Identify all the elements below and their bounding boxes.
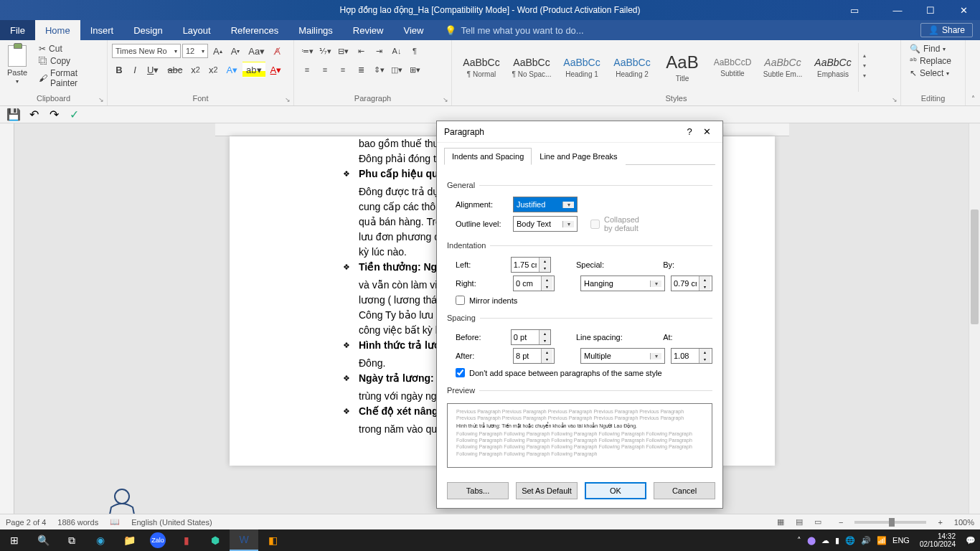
select-button[interactable]: ↖Select ▾: [905, 67, 953, 79]
show-marks-button[interactable]: ¶: [406, 43, 423, 59]
paragraph-launcher-icon[interactable]: ↘: [443, 96, 448, 103]
line-spacing-button[interactable]: ⇕▾: [370, 62, 387, 77]
shading-button[interactable]: ◫▾: [388, 62, 405, 77]
copy-button[interactable]: ⿻Copy: [34, 55, 103, 67]
bullets-button[interactable]: ≔▾: [298, 43, 316, 59]
read-mode-button[interactable]: ▦: [771, 516, 790, 529]
app-icon-2[interactable]: ⬢: [201, 529, 230, 551]
tab-line-page-breaks[interactable]: Line and Page Breaks: [532, 148, 625, 165]
wifi-icon[interactable]: 📶: [877, 536, 887, 545]
collapse-ribbon-button[interactable]: ˄: [966, 40, 980, 105]
ribbon-display-options-icon[interactable]: ▭: [844, 0, 865, 20]
tab-layout[interactable]: Layout: [173, 20, 221, 40]
word-taskbar-icon[interactable]: W: [230, 529, 258, 551]
cut-button[interactable]: ✂Cut: [34, 43, 103, 55]
ok-button[interactable]: OK: [585, 482, 646, 499]
font-size-selector[interactable]: 12▾: [182, 44, 208, 58]
tab-review[interactable]: Review: [343, 20, 394, 40]
numbering-button[interactable]: ⅐▾: [316, 43, 334, 59]
taskbar-clock[interactable]: 14:32 02/10/2024: [915, 532, 960, 548]
style-nospacing[interactable]: AaBbCc¶ No Spac...: [507, 43, 557, 92]
style-subtle-em[interactable]: AaBbCcSubtle Em...: [758, 43, 808, 92]
change-case-button[interactable]: Aa▾: [245, 43, 268, 59]
special-combo[interactable]: Hanging▾: [580, 276, 665, 291]
shrink-font-button[interactable]: A▾: [227, 43, 244, 59]
dialog-close-button[interactable]: ✕: [698, 126, 715, 137]
notifications-icon[interactable]: 💬: [966, 536, 976, 545]
italic-button[interactable]: I: [128, 62, 142, 77]
file-explorer-icon[interactable]: 📁: [115, 529, 143, 551]
zoom-level[interactable]: 100%: [954, 518, 974, 527]
clear-formatting-button[interactable]: A̸: [270, 43, 284, 59]
justify-button[interactable]: ≣: [352, 62, 369, 77]
cancel-button[interactable]: Cancel: [654, 482, 715, 499]
spacing-before-input[interactable]: ▴▾: [511, 329, 551, 345]
superscript-button[interactable]: x2: [205, 62, 222, 77]
tell-me-search[interactable]: 💡 Tell me what you want to do...: [433, 25, 583, 36]
dialog-help-button[interactable]: ?: [681, 126, 698, 137]
tabs-button[interactable]: Tabs...: [447, 482, 509, 499]
vertical-ruler[interactable]: [0, 123, 14, 529]
tab-home[interactable]: Home: [35, 20, 80, 40]
edge-icon[interactable]: ◉: [86, 529, 115, 551]
spellcheck-status-icon[interactable]: 📖: [110, 517, 120, 527]
input-language[interactable]: ENG: [892, 536, 910, 545]
close-button[interactable]: ✕: [947, 0, 980, 20]
network-icon[interactable]: 🌐: [845, 536, 855, 545]
battery-icon[interactable]: ▮: [835, 536, 839, 545]
vertical-scrollbar[interactable]: [969, 123, 980, 529]
line-spacing-combo[interactable]: Multiple▾: [580, 348, 665, 364]
find-button[interactable]: 🔍Find ▾: [905, 43, 950, 55]
spacing-after-input[interactable]: ▴▾: [513, 348, 555, 364]
tray-expand-icon[interactable]: ˄: [797, 536, 801, 545]
tab-mailings[interactable]: Mailings: [288, 20, 343, 40]
search-button[interactable]: 🔍: [29, 529, 57, 551]
by-input[interactable]: ▴▾: [671, 276, 712, 291]
font-color-button[interactable]: A▾: [267, 62, 286, 77]
multilevel-button[interactable]: ⊟▾: [334, 43, 352, 59]
styles-launcher-icon[interactable]: ↘: [892, 96, 897, 103]
format-painter-button[interactable]: 🖌Format Painter: [34, 67, 103, 89]
indent-right-input[interactable]: ▴▾: [513, 276, 555, 291]
maximize-button[interactable]: ☐: [914, 0, 947, 20]
styles-gallery-more[interactable]: ▴▾▾: [858, 43, 870, 92]
font-name-selector[interactable]: Times New Ro▾: [112, 44, 181, 58]
scrollbar-thumb[interactable]: [971, 209, 979, 324]
indent-left-input[interactable]: ▴▾: [511, 257, 551, 273]
alignment-combo[interactable]: Justified▾: [513, 197, 578, 212]
align-right-button[interactable]: ≡: [334, 62, 352, 77]
style-heading2[interactable]: AaBbCcHeading 2: [607, 43, 657, 92]
tab-view[interactable]: View: [393, 20, 433, 40]
redo-button[interactable]: ↷: [46, 108, 62, 122]
outline-level-combo[interactable]: Body Text▾: [513, 216, 578, 232]
align-left-button[interactable]: ≡: [298, 62, 316, 77]
grow-font-button[interactable]: A▴: [209, 43, 226, 59]
share-button[interactable]: 👤 Share: [920, 23, 973, 37]
style-emphasis[interactable]: AaBbCcEmphasis: [808, 43, 858, 92]
increase-indent-button[interactable]: ⇥: [370, 43, 387, 59]
text-effects-button[interactable]: A▾: [222, 62, 241, 77]
underline-button[interactable]: U▾: [143, 62, 162, 77]
save-button[interactable]: 💾: [6, 108, 22, 122]
subscript-button[interactable]: x2: [187, 62, 204, 77]
tab-design[interactable]: Design: [123, 20, 172, 40]
clipboard-launcher-icon[interactable]: ↘: [98, 96, 104, 103]
onedrive-icon[interactable]: ☁: [821, 536, 829, 545]
dont-add-space-checkbox[interactable]: [456, 368, 465, 377]
zoom-out-button[interactable]: −: [839, 518, 843, 527]
print-layout-button[interactable]: ▤: [790, 516, 809, 529]
style-heading1[interactable]: AaBbCcHeading 1: [557, 43, 607, 92]
at-input[interactable]: ▴▾: [671, 348, 712, 364]
mirror-indents-checkbox[interactable]: [456, 296, 465, 305]
tab-insert[interactable]: Insert: [80, 20, 124, 40]
highlight-button[interactable]: ab▾: [242, 62, 265, 77]
app-icon-1[interactable]: ▮: [172, 529, 201, 551]
app-icon-3[interactable]: ◧: [258, 529, 287, 551]
style-normal[interactable]: AaBbCc¶ Normal: [456, 43, 507, 92]
start-button[interactable]: ⊞: [0, 529, 29, 551]
align-center-button[interactable]: ≡: [316, 62, 334, 77]
tab-file[interactable]: File: [0, 20, 35, 40]
replace-button[interactable]: ᵃᵇReplace: [905, 55, 956, 67]
dialog-titlebar[interactable]: Paragraph ? ✕: [437, 121, 722, 143]
style-subtitle[interactable]: AaBbCcDSubtitle: [707, 43, 758, 92]
